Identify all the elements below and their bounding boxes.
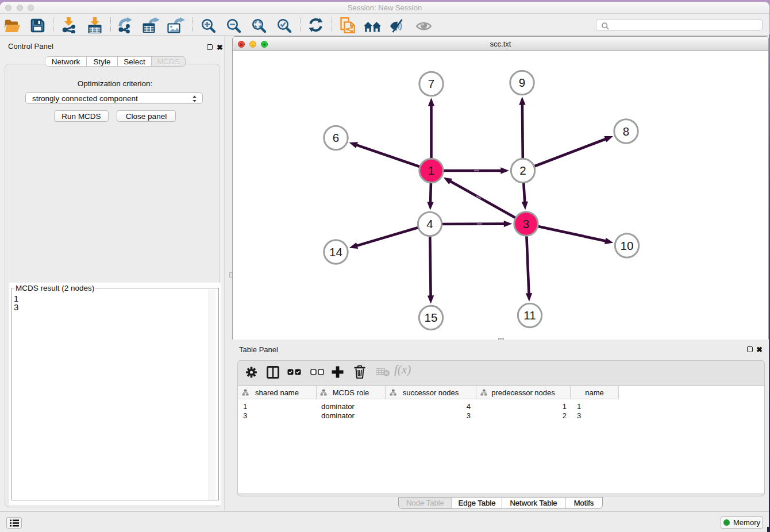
svg-text:1: 1 bbox=[428, 164, 434, 177]
svg-text:10: 10 bbox=[621, 239, 634, 252]
svg-text:14: 14 bbox=[329, 245, 342, 259]
svg-text:6: 6 bbox=[333, 131, 339, 144]
svg-text:15: 15 bbox=[425, 311, 438, 324]
svg-text:11: 11 bbox=[523, 309, 536, 322]
svg-text:9: 9 bbox=[519, 76, 525, 89]
svg-text:2: 2 bbox=[519, 164, 526, 177]
svg-text:4: 4 bbox=[426, 217, 433, 230]
svg-text:8: 8 bbox=[623, 125, 629, 138]
svg-text:7: 7 bbox=[428, 77, 434, 90]
svg-text:3: 3 bbox=[523, 217, 529, 230]
